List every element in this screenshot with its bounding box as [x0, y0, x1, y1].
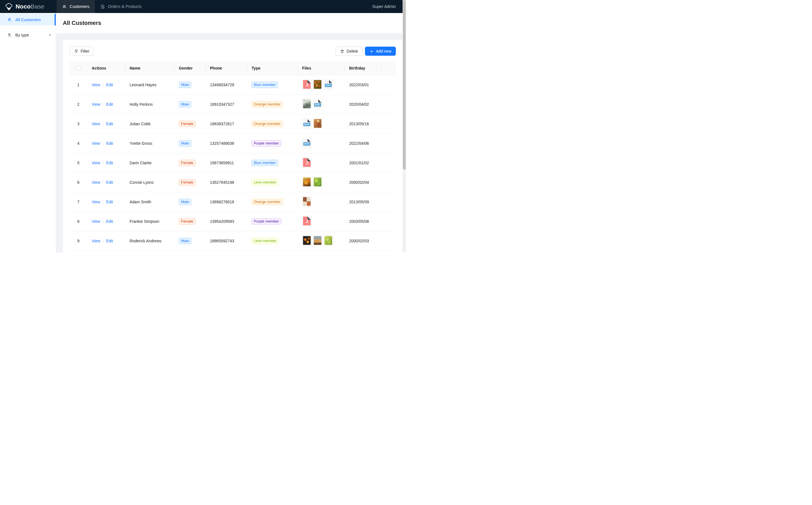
top-navigation: NocoBase Customers Orders & Products Sup…: [0, 0, 406, 13]
view-link[interactable]: View: [92, 102, 100, 107]
gender-tag: Male: [179, 238, 191, 244]
edit-link[interactable]: Edit: [106, 219, 113, 224]
phone-number: 18910347327: [206, 95, 247, 114]
phone-number: 13898276018: [206, 192, 247, 211]
file-pdf-icon[interactable]: [302, 79, 311, 90]
file-pdf-icon[interactable]: [302, 157, 311, 168]
sidebar-item-by-type[interactable]: By type: [0, 29, 56, 41]
user-name: Super Admin: [372, 4, 396, 9]
table-row: 5ViewEditDarin ClarkeFemale15673659911Bl…: [70, 153, 396, 172]
edit-link[interactable]: Edit: [106, 180, 113, 185]
files-cell: [298, 231, 345, 250]
type-cell: Purple member: [247, 211, 298, 231]
phone-number: 13498034729: [206, 75, 247, 95]
empty-cell: [381, 153, 396, 172]
row-index-cell: 8: [70, 211, 87, 231]
add-new-button[interactable]: Add new: [365, 47, 396, 56]
select-all-checkbox[interactable]: [76, 66, 81, 70]
phone-number: 13527645198: [206, 172, 247, 192]
file-doc-icon[interactable]: DOC: [302, 118, 311, 129]
file-list: [302, 216, 311, 226]
file-list: [302, 157, 311, 168]
table-header-row: Actions Name Gender Phone Type Files Bir…: [70, 61, 396, 75]
table-row: 4ViewEditYvette GrossMale13257489038Purp…: [70, 134, 396, 153]
customer-name: Holly Perkins: [125, 95, 174, 114]
file-list: [302, 196, 311, 207]
gender-cell: Female: [174, 172, 206, 192]
thumbnail-image: [314, 178, 321, 186]
edit-link[interactable]: Edit: [106, 82, 113, 87]
file-doc-icon[interactable]: DOC: [302, 138, 311, 148]
chevron-down-icon: [48, 33, 52, 37]
file-image-thumbnail[interactable]: [302, 196, 311, 207]
action-divider: [103, 219, 103, 223]
view-link[interactable]: View: [92, 239, 100, 243]
file-image-thumbnail[interactable]: [324, 235, 333, 246]
birthday-date: 2020/04/02: [345, 95, 381, 114]
file-image-thumbnail[interactable]: [302, 99, 311, 109]
file-list: DOC: [302, 138, 311, 148]
sidebar: All Customers By type: [0, 13, 56, 252]
view-link[interactable]: View: [92, 122, 100, 126]
delete-button[interactable]: Delete: [335, 47, 363, 56]
file-image-thumbnail[interactable]: [302, 177, 311, 187]
empty-cell: [381, 231, 396, 250]
column-header-empty: [381, 61, 396, 75]
view-link[interactable]: View: [92, 200, 100, 204]
view-link[interactable]: View: [92, 219, 100, 224]
nav-tab-customers[interactable]: Customers: [56, 0, 95, 13]
row-actions-cell: ViewEdit: [87, 134, 125, 153]
file-doc-icon[interactable]: DOC: [313, 99, 322, 109]
customer-name: Frankie Simpson: [125, 211, 174, 231]
customer-name: Darin Clarke: [125, 153, 174, 172]
edit-link[interactable]: Edit: [106, 102, 113, 107]
row-actions-cell: ViewEdit: [87, 114, 125, 134]
view-link[interactable]: View: [92, 141, 100, 146]
view-link[interactable]: View: [92, 82, 100, 87]
table-body: 1ViewEditLeonard HayesMale13498034729Blu…: [70, 75, 396, 250]
empty-cell: [381, 95, 396, 114]
row-index-cell: 1: [70, 75, 87, 95]
edit-link[interactable]: Edit: [106, 161, 113, 165]
nocobase-cube-icon: [5, 3, 13, 10]
view-link[interactable]: View: [92, 180, 100, 185]
user-menu[interactable]: Super Admin: [372, 0, 396, 13]
page-header: All Customers: [56, 13, 406, 33]
file-image-thumbnail[interactable]: [313, 118, 322, 129]
file-list: DOC: [302, 118, 322, 129]
view-link[interactable]: View: [92, 161, 100, 165]
phone-number: 18638372617: [206, 114, 247, 134]
table-row: 2ViewEditHolly PerkinsMale18910347327Ora…: [70, 95, 396, 114]
birthday-date: 2013/05/09: [345, 192, 381, 211]
file-doc-icon[interactable]: DOC: [324, 79, 333, 90]
file-done-icon: [100, 4, 105, 9]
gender-tag: Male: [179, 140, 191, 147]
edit-link[interactable]: Edit: [106, 200, 113, 204]
filter-button[interactable]: Filter: [70, 47, 94, 56]
customer-name: Roderick Andrews: [125, 231, 174, 250]
customer-name: Leonard Hayes: [125, 75, 174, 95]
type-cell: Orange member: [247, 114, 298, 134]
empty-cell: [381, 114, 396, 134]
nav-tab-orders-products[interactable]: Orders & Products: [95, 0, 147, 13]
row-index-cell: 3: [70, 114, 87, 134]
edit-link[interactable]: Edit: [106, 122, 113, 126]
phone-number: 18865092743: [206, 231, 247, 250]
file-pdf-icon[interactable]: [302, 216, 311, 226]
edit-link[interactable]: Edit: [106, 141, 113, 146]
row-actions-cell: ViewEdit: [87, 153, 125, 172]
trash-icon: [340, 49, 344, 53]
gender-cell: Male: [174, 75, 206, 95]
file-image-thumbnail[interactable]: [313, 79, 322, 90]
column-header-birthday: Birthday: [345, 61, 381, 75]
birthday-date: 2022/04/06: [345, 134, 381, 153]
file-image-thumbnail[interactable]: [302, 235, 311, 246]
file-image-thumbnail[interactable]: [313, 235, 322, 246]
customer-name: Adam Smith: [125, 192, 174, 211]
edit-link[interactable]: Edit: [106, 239, 113, 243]
sidebar-item-all-customers[interactable]: All Customers: [0, 14, 56, 25]
file-image-thumbnail[interactable]: [313, 177, 322, 187]
thumbnail-image: [303, 236, 311, 245]
column-header-phone: Phone: [206, 61, 247, 75]
scrollbar-thumb[interactable]: [403, 0, 406, 170]
